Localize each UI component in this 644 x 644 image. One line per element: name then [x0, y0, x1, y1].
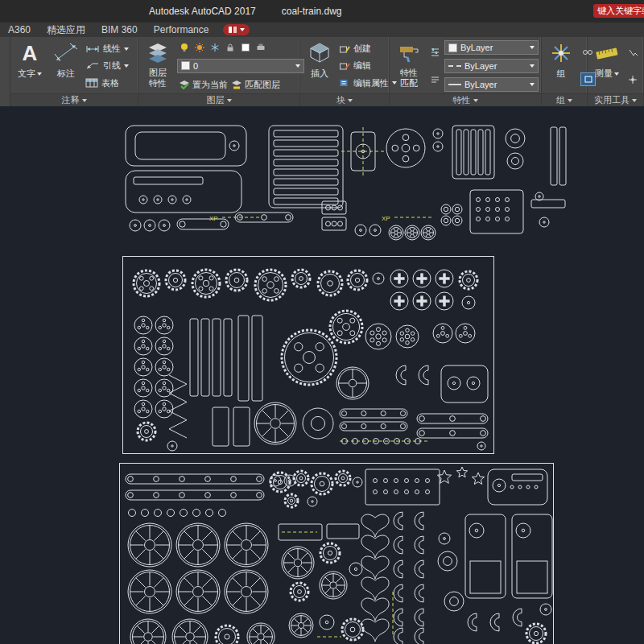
text-icon: A [23, 43, 38, 64]
edit-attributes-button[interactable]: 编辑属性 [339, 76, 397, 90]
object-color-combo[interactable]: ByLayer [444, 40, 539, 55]
layer-color-swatch [181, 61, 190, 70]
layer-thaw-button[interactable] [192, 41, 206, 53]
panel-footer-layers[interactable]: 图层 [138, 93, 299, 106]
set-current-label[interactable]: 置为当前 [192, 79, 228, 91]
caret-down-icon [124, 64, 129, 68]
color-swatch [448, 43, 457, 52]
edit-attributes-icon [339, 78, 350, 88]
match-properties-icon [398, 42, 420, 64]
text-button[interactable]: A 文字 [13, 39, 47, 93]
tab-performance[interactable]: Performance [146, 23, 217, 37]
snowflake-icon [210, 43, 220, 52]
group-icon [550, 43, 572, 64]
layer-on-button[interactable] [177, 41, 191, 53]
panel-footer-properties[interactable]: 特性 [390, 93, 541, 106]
layer-properties-button[interactable]: 图层特性 [141, 39, 175, 93]
caret-down-icon [530, 64, 535, 68]
window-title: Autodesk AutoCAD 2017 coal-train.dwg [149, 6, 341, 17]
panel-footer-block[interactable]: 块 [300, 93, 389, 106]
insert-block-button[interactable]: 插入 [303, 39, 336, 93]
list-icon [430, 75, 440, 85]
caret-down-icon [227, 99, 232, 102]
panel-utilities: 测量 实用工具 [588, 37, 644, 106]
make-current-button[interactable] [177, 79, 191, 91]
quick-select-icon [628, 48, 638, 57]
table-icon [85, 78, 98, 88]
linear-dim-icon [85, 45, 100, 53]
ribbon: A 文字 标注 线性 [0, 37, 644, 106]
point-style-button[interactable] [626, 74, 640, 86]
caret-down-icon [530, 83, 535, 86]
match-layer-icon-button[interactable] [229, 79, 243, 91]
dimension-icon [54, 43, 78, 64]
list-button[interactable] [428, 74, 442, 86]
caret-down-icon [530, 46, 535, 49]
match-layer-label[interactable]: 匹配图层 [245, 79, 280, 91]
palette-icon [241, 43, 250, 52]
tab-a360[interactable]: A360 [0, 23, 39, 37]
panel-footer-utilities[interactable]: 实用工具 [588, 93, 643, 106]
layer-freeze-button[interactable] [208, 41, 221, 53]
panel-properties: 特性匹配 ByLayer ByLayer [390, 37, 542, 106]
table-button[interactable]: 表格 [85, 76, 129, 90]
app-title: Autodesk AutoCAD 2017 [149, 6, 256, 17]
drawing-sheet-1[interactable]: XPXP [119, 122, 567, 243]
autocad-window: Autodesk AutoCAD 2017 coal-train.dwg 键入关… [0, 0, 644, 644]
match-layer-icon [231, 80, 242, 89]
layer-plot-button[interactable] [254, 41, 267, 53]
layer-lock-button[interactable] [223, 41, 237, 53]
edit-block-icon [339, 61, 350, 71]
clipped-panel [0, 37, 10, 106]
leader-icon [85, 62, 100, 70]
ribbon-tab-bar: A360 精选应用 BIM 360 Performance [0, 23, 644, 37]
create-block-icon [339, 44, 350, 54]
insert-block-icon [308, 42, 331, 64]
leader-button[interactable]: 引线 [85, 59, 129, 73]
tab-bim360[interactable]: BIM 360 [93, 23, 146, 37]
title-bar: Autodesk AutoCAD 2017 coal-train.dwg 键入关… [0, 0, 644, 23]
panel-footer-annotation[interactable]: 注释 [10, 93, 138, 106]
caret-down-icon [124, 47, 129, 51]
svg-text:XP: XP [382, 215, 390, 222]
caret-down-icon [632, 99, 637, 102]
quick-select-button[interactable] [626, 47, 640, 59]
printer-icon [256, 43, 266, 52]
edit-block-button[interactable]: 编辑 [339, 59, 397, 73]
panel-footer-groups[interactable]: 组 [542, 93, 587, 106]
lock-icon [225, 43, 235, 52]
apps-grid-icon [228, 26, 237, 34]
lineweight-combo[interactable]: ByLayer [444, 77, 539, 92]
create-block-button[interactable]: 创建 [339, 42, 397, 56]
caret-down-icon [473, 99, 478, 102]
exchange-apps-button[interactable] [223, 24, 250, 35]
set-current-icon [179, 80, 190, 89]
infocenter-search-box[interactable]: 键入关键字或短语 [593, 4, 644, 18]
panel-annotation: A 文字 标注 线性 [10, 37, 138, 106]
point-style-icon [628, 76, 638, 85]
properties-palette-button[interactable] [428, 47, 442, 59]
drawing-sheet-3[interactable] [119, 463, 554, 644]
drawing-sheet-2[interactable] [122, 256, 494, 454]
caret-down-icon [82, 99, 87, 102]
sun-icon [195, 43, 204, 52]
tab-featured-apps[interactable]: 精选应用 [39, 23, 93, 37]
layers-icon [147, 42, 169, 64]
layer-select-combo[interactable]: 0 [177, 59, 304, 73]
linetype-combo[interactable]: ByLayer [444, 59, 539, 73]
caret-down-icon [614, 72, 619, 76]
document-title: coal-train.dwg [282, 6, 342, 17]
measure-icon [594, 43, 620, 64]
caret-down-icon [37, 72, 42, 76]
bulb-icon [180, 43, 189, 52]
linear-dimension-button[interactable]: 线性 [85, 42, 129, 56]
layer-color-button[interactable] [238, 41, 252, 53]
panel-block: 插入 创建 编辑 编辑属性 [300, 37, 390, 106]
panel-layers: 图层特性 0 [138, 37, 300, 106]
match-properties-button[interactable]: 特性匹配 [392, 39, 426, 93]
panel-groups: 组 组 [542, 37, 588, 106]
measure-button[interactable]: 测量 [590, 39, 624, 93]
dimension-button[interactable]: 标注 [49, 39, 83, 93]
group-button[interactable]: 组 [544, 39, 578, 93]
drawing-canvas[interactable]: XPXP [0, 106, 644, 644]
